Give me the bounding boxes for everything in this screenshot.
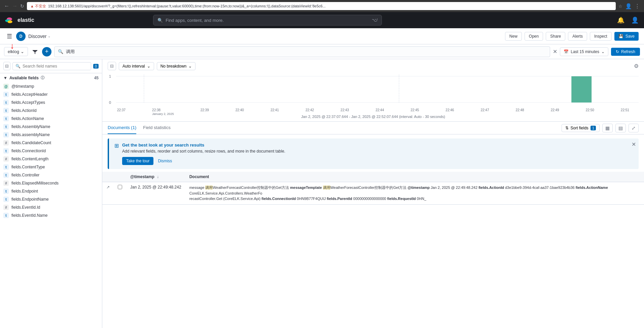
refresh-button[interactable]: ↻ Refresh bbox=[611, 48, 640, 56]
arrow-annotation: ↑ bbox=[10, 42, 14, 52]
interval-selector[interactable]: Auto interval ⌄ bbox=[119, 62, 154, 70]
close-banner-button[interactable]: ✕ bbox=[632, 141, 636, 148]
calendar-icon: 📅 bbox=[564, 49, 569, 54]
field-item-endpointname[interactable]: t fields.EndpointName bbox=[0, 195, 102, 203]
field-item-endpoint[interactable]: t fields.Endpoint bbox=[0, 187, 102, 195]
field-type-icon: t bbox=[3, 213, 9, 218]
time-label-13: 22:49 bbox=[551, 108, 559, 116]
global-search[interactable]: 🔍 Find apps, content, and more. ⌥/ bbox=[153, 15, 382, 26]
field-item-accepttypes[interactable]: t fields.AcceptTypes bbox=[0, 98, 102, 107]
hamburger-button[interactable]: ☰ bbox=[5, 31, 13, 41]
time-range-button[interactable]: 📅 Last 15 minutes ⌄ bbox=[560, 47, 608, 56]
elastic-logo: elastic bbox=[4, 15, 34, 26]
field-type-icon: @ bbox=[3, 84, 9, 89]
open-button[interactable]: Open bbox=[525, 32, 543, 41]
menu-button[interactable]: ⋮ bbox=[635, 3, 640, 9]
elastic-text: elastic bbox=[17, 17, 34, 23]
chart-toggle-button[interactable]: ⊟ bbox=[108, 62, 116, 70]
field-item-acceptheader[interactable]: t fields.AcceptHeader bbox=[0, 90, 102, 98]
field-type-icon: # bbox=[3, 205, 9, 210]
field-type-icon: t bbox=[3, 197, 9, 202]
inspect-button[interactable]: Inspect bbox=[590, 32, 612, 41]
field-name: fields.ActionName bbox=[11, 116, 44, 121]
reload-button[interactable]: ↻ bbox=[20, 3, 24, 9]
col-expand-header bbox=[102, 172, 114, 182]
field-item-timestamp[interactable]: @ @timestamp bbox=[0, 82, 102, 90]
field-item-elapsedmilliseconds[interactable]: # fields.ElapsedMilliseconds bbox=[0, 179, 102, 187]
user-menu-btn[interactable]: 👤 bbox=[630, 15, 640, 25]
save-icon: 💾 bbox=[618, 34, 623, 39]
profile-button[interactable]: 👤 bbox=[625, 3, 632, 9]
col-timestamp-header[interactable]: @timestamp ↓ bbox=[126, 172, 185, 182]
tab-field-statistics[interactable]: Field statistics bbox=[143, 122, 171, 134]
fullscreen-button[interactable]: ⤢ bbox=[629, 124, 639, 132]
time-label-10: 22:46 bbox=[445, 108, 454, 116]
breakdown-chevron: ⌄ bbox=[188, 64, 192, 69]
rows-view-button[interactable]: ▤ bbox=[615, 124, 626, 132]
field-item-contenttype[interactable]: t fields.ContentType bbox=[0, 163, 102, 171]
field-item-eventid-name[interactable]: t fields.EventId.Name bbox=[0, 211, 102, 219]
field-name: fields.Endpoint bbox=[11, 189, 38, 194]
field-item-controller[interactable]: t fields.Controller bbox=[0, 171, 102, 179]
alerts-button[interactable]: Alerts bbox=[568, 32, 587, 41]
field-item-connectionid[interactable]: t fields.ConnectionId bbox=[0, 147, 102, 155]
info-icon: ⊞ bbox=[114, 142, 119, 149]
forward-button[interactable]: → bbox=[12, 3, 17, 9]
toggle-sidebar-button[interactable]: ⊟ bbox=[3, 62, 10, 70]
back-button[interactable]: ← bbox=[4, 3, 9, 9]
time-label-6: 22:42 bbox=[306, 108, 314, 116]
share-button[interactable]: Share bbox=[546, 32, 565, 41]
columns-view-button[interactable]: ▦ bbox=[602, 124, 613, 132]
field-name: fields.EventId.Id bbox=[11, 205, 40, 210]
breadcrumb-chevron: ⌄ bbox=[48, 34, 50, 38]
available-fields-header[interactable]: ▼ Available fields ⓘ 45 bbox=[3, 75, 99, 80]
search-bar-icon: 🔍 bbox=[58, 49, 63, 54]
data-view-selector[interactable]: elklog ⌄ bbox=[4, 47, 28, 56]
time-label-2: 22:38January 2, 2025 bbox=[152, 108, 174, 116]
sort-fields-button[interactable]: ⇅ Sort fields 1 bbox=[562, 124, 600, 132]
filter-count-badge: 0 bbox=[93, 64, 99, 69]
row-timestamp: Jan 2, 2025 @ 22:49:48.242 bbox=[130, 185, 181, 190]
clear-search-button[interactable]: ✕ bbox=[553, 48, 557, 55]
search-icon: 🔍 bbox=[157, 18, 163, 23]
time-label-5: 22:41 bbox=[271, 108, 279, 116]
field-item-eventid-id[interactable]: # fields.EventId.Id bbox=[0, 203, 102, 211]
field-search-input[interactable] bbox=[23, 64, 88, 69]
add-filter-button[interactable]: + bbox=[42, 47, 51, 56]
row-checkbox[interactable] bbox=[118, 185, 122, 189]
news-icon-btn[interactable]: 🔔 bbox=[616, 15, 626, 25]
expand-row-icon[interactable]: ↗ bbox=[106, 185, 110, 190]
field-name: fields.ActionId bbox=[11, 108, 37, 113]
time-label-1: 22:37 bbox=[117, 108, 126, 116]
field-type-icon: t bbox=[3, 132, 9, 137]
take-tour-button[interactable]: Take the tour bbox=[122, 157, 153, 165]
bookmark-button[interactable]: ☆ bbox=[618, 4, 622, 9]
field-type-icon: t bbox=[3, 92, 9, 97]
results-table-container: @timestamp ↓ Document ↗ bbox=[102, 172, 644, 328]
search-placeholder: Find apps, content, and more. bbox=[166, 18, 224, 23]
breakdown-selector[interactable]: No breakdown ⌄ bbox=[157, 62, 195, 70]
save-button[interactable]: 💾 Save bbox=[614, 32, 639, 41]
dismiss-button[interactable]: Dismiss bbox=[156, 157, 174, 165]
field-name: fields.ContentLength bbox=[11, 157, 48, 161]
sort-fields-label: Sort fields bbox=[571, 126, 588, 130]
field-name: fields.Controller bbox=[11, 173, 39, 177]
time-label-4: 22:40 bbox=[236, 108, 244, 116]
tab-documents[interactable]: Documents (1) bbox=[108, 122, 136, 134]
search-query: 调用 bbox=[66, 49, 75, 55]
field-item-actionname[interactable]: t fields.ActionName bbox=[0, 115, 102, 123]
chart-settings-button[interactable]: ⚙ bbox=[634, 63, 639, 69]
new-button[interactable]: New bbox=[505, 32, 522, 41]
field-type-icon: t bbox=[3, 164, 9, 170]
field-item-assemblyname-upper[interactable]: t fields.AssemblyName bbox=[0, 123, 102, 131]
field-search-container[interactable]: 🔍 bbox=[12, 62, 91, 70]
filter-options-button[interactable] bbox=[31, 47, 39, 56]
field-item-contentlength[interactable]: # fields.ContentLength bbox=[0, 155, 102, 163]
data-view-chevron: ⌄ bbox=[21, 49, 24, 54]
field-item-actionid[interactable]: t fields.ActionId bbox=[0, 107, 102, 115]
sort-count-badge: 1 bbox=[591, 126, 596, 130]
field-item-assemblyname-lower[interactable]: t fields.assemblyName bbox=[0, 131, 102, 139]
field-item-candidatecount[interactable]: # fields.CandidateCount bbox=[0, 139, 102, 147]
field-type-icon: t bbox=[3, 189, 9, 194]
search-bar[interactable]: 🔍 调用 ↑ bbox=[54, 46, 550, 57]
